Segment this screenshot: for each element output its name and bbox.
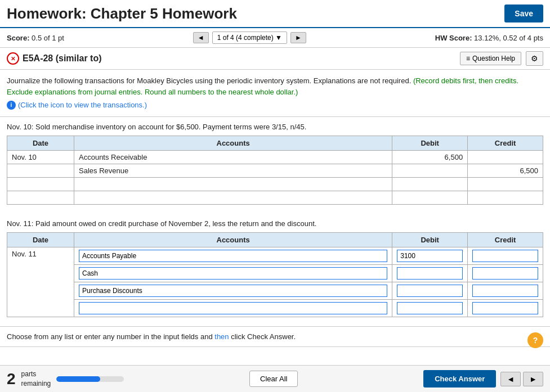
table-row (7, 264, 543, 282)
hw-score-display: HW Score: 13.12%, 0.52 of 4 pts (435, 34, 543, 42)
row-credit-input[interactable] (468, 264, 543, 282)
credit-input-2[interactable] (472, 267, 538, 280)
score-row: Score: 0.5 of 1 pt ◄ 1 of 4 (4 complete)… (0, 28, 550, 48)
credit-input-3[interactable] (472, 285, 538, 297)
row-account-input[interactable] (74, 282, 392, 299)
account-input-2[interactable] (79, 267, 387, 280)
instructions-text: Journalize the following transactions fo… (7, 75, 543, 97)
row-debit: 6,500 (392, 150, 468, 164)
check-answer-button[interactable]: Check Answer (423, 370, 496, 381)
instructions-section: Journalize the following transactions fo… (0, 70, 550, 117)
row-credit (468, 150, 543, 164)
col-header-accounts-1: Accounts (74, 136, 392, 150)
footer-instructions: Choose from any list or enter any number… (0, 326, 550, 347)
col-header-debit-1: Debit (392, 136, 468, 150)
col-header-credit-1: Credit (468, 136, 543, 150)
page-indicator[interactable]: 1 of 4 (4 complete) ▼ (212, 31, 287, 44)
journal-table-2: Date Accounts Debit Credit Nov. 11 (7, 232, 543, 317)
row-account: Sales Revenue (74, 164, 392, 177)
row-account-input[interactable] (74, 247, 392, 264)
navigation-controls: ◄ 1 of 4 (4 complete) ▼ ► (193, 31, 306, 44)
bottom-nav-next[interactable]: ► (523, 372, 543, 381)
table-row: Nov. 10 Accounts Receivable 6,500 (7, 150, 543, 164)
remaining-label: remaining (21, 380, 51, 381)
table-row: Nov. 11 (7, 247, 543, 264)
page-header: Homework: Chapter 5 Homework Save (0, 0, 550, 28)
row-debit (392, 164, 468, 177)
info-icon: i (7, 101, 16, 110)
row-credit-input[interactable] (468, 299, 543, 317)
list-icon: ≡ (466, 55, 470, 62)
row-date (7, 164, 74, 177)
table-row (7, 299, 543, 317)
settings-button[interactable]: ⚙ (526, 51, 543, 66)
parts-remaining-number: 2 (7, 371, 16, 381)
row-debit-input[interactable] (392, 299, 468, 317)
score-display: Score: 0.5 of 1 pt (7, 34, 64, 42)
account-input-3[interactable] (79, 285, 387, 297)
debit-input-1[interactable] (397, 250, 463, 262)
question-help-button[interactable]: ≡ Question Help (460, 52, 521, 65)
row-debit-input[interactable] (392, 247, 468, 264)
transaction-2-section: Nov. 11: Paid amount owed on credit purc… (0, 214, 550, 326)
progress-bar (56, 376, 124, 381)
row-debit-input[interactable] (392, 264, 468, 282)
col-header-date-1: Date (7, 136, 74, 150)
row-credit-input[interactable] (468, 282, 543, 299)
row-debit-input[interactable] (392, 282, 468, 299)
col-header-debit-2: Debit (392, 232, 468, 247)
table-row (7, 177, 543, 191)
problem-header: ✕ E5A-28 (similar to) ≡ Question Help ⚙ (0, 48, 550, 70)
table-row (7, 282, 543, 299)
transaction-1-section: Nov. 10: Sold merchandise inventory on a… (0, 117, 550, 214)
row-account: Accounts Receivable (74, 150, 392, 164)
row-account-input[interactable] (74, 264, 392, 282)
problem-id: E5A-28 (similar to) (23, 53, 101, 64)
table-row: Sales Revenue 6,500 (7, 164, 543, 177)
transaction-2-description: Nov. 11: Paid amount owed on credit purc… (7, 219, 543, 228)
row-date: Nov. 10 (7, 150, 74, 164)
page-title: Homework: Chapter 5 Homework (7, 5, 237, 22)
bottom-nav-prev[interactable]: ◄ (500, 372, 521, 381)
journal-table-1: Date Accounts Debit Credit Nov. 10 Accou… (7, 136, 543, 205)
account-input-1[interactable] (79, 250, 387, 262)
table-row (7, 191, 543, 204)
row-credit: 6,500 (468, 164, 543, 177)
account-input-4[interactable] (79, 302, 387, 314)
row-date: Nov. 11 (7, 247, 74, 317)
debit-input-4[interactable] (397, 302, 463, 314)
debit-input-3[interactable] (397, 285, 463, 297)
bottom-bar: 2 parts remaining Clear All Check Answer… (0, 365, 550, 381)
row-credit-input[interactable] (468, 247, 543, 264)
transaction-1-description: Nov. 10: Sold merchandise inventory on a… (7, 123, 543, 131)
credit-input-4[interactable] (472, 302, 538, 314)
col-header-accounts-2: Accounts (74, 232, 392, 247)
col-header-date-2: Date (7, 232, 74, 247)
credit-input-1[interactable] (472, 250, 538, 262)
hint-button[interactable]: ? (527, 332, 543, 348)
nav-next-button[interactable]: ► (290, 32, 306, 43)
nav-prev-button[interactable]: ◄ (193, 32, 209, 43)
row-account-input[interactable] (74, 299, 392, 317)
parts-label: parts (21, 370, 51, 378)
clear-all-button[interactable]: Clear All (249, 371, 298, 381)
save-button[interactable]: Save (504, 4, 543, 22)
col-header-credit-2: Credit (468, 232, 543, 247)
view-transactions-link[interactable]: (Click the icon to view the transactions… (18, 100, 147, 111)
debit-input-2[interactable] (397, 267, 463, 280)
progress-bar-fill (56, 376, 100, 381)
status-badge: ✕ (7, 52, 19, 65)
